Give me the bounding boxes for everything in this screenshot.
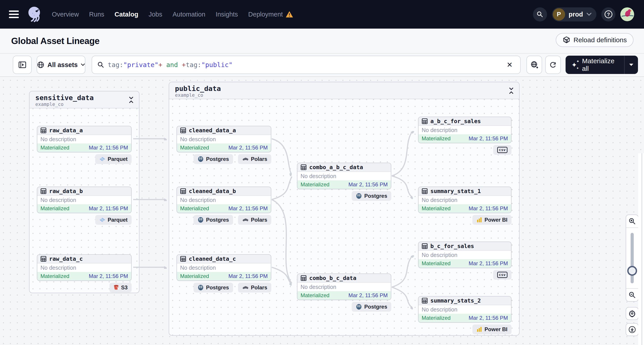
zoom-slider[interactable] xyxy=(626,228,638,288)
nav-item-automation[interactable]: Automation xyxy=(172,11,205,18)
asset-tags: Postgres Polars xyxy=(176,215,271,225)
tag-label: Polars xyxy=(251,156,267,162)
user-avatar[interactable] xyxy=(620,7,634,21)
status-badge: Materialized xyxy=(422,136,450,142)
table-icon xyxy=(422,298,428,304)
materialization-time: Mar 2, 11:56 PM xyxy=(228,144,268,151)
lineage-canvas[interactable]: sensitive_data example_co public_data ex… xyxy=(0,76,644,345)
dagster-logo-icon[interactable] xyxy=(27,6,42,23)
tag-postgres[interactable]: Postgres xyxy=(352,191,391,201)
asset-name: summary_stats_2 xyxy=(430,298,481,304)
asset-search-input[interactable]: tag:"private"+ and +tag:"public" ✕ xyxy=(92,56,521,74)
tag-parquet[interactable]: Parquet xyxy=(95,154,132,164)
asset-node-combo-a-b-c-data[interactable]: combo_a_b_c_data No description Material… xyxy=(297,163,391,189)
asset-name: cleaned_data_a xyxy=(189,127,236,134)
tag-csv[interactable]: csv xyxy=(493,270,512,280)
zoom-slider-track[interactable] xyxy=(630,233,634,283)
nav-item-deployment[interactable]: Deployment xyxy=(248,11,283,18)
reload-definitions-label: Reload definitions xyxy=(574,36,627,44)
collapse-group-icon[interactable] xyxy=(128,96,134,104)
materialize-all-button[interactable]: ✦✦✦ Materialize all xyxy=(566,56,638,74)
open-left-panel-button[interactable] xyxy=(13,56,32,74)
asset-node-combo-b-c-data[interactable]: combo_b_c_data No description Materializ… xyxy=(297,274,391,300)
deployment-switcher[interactable]: P prod xyxy=(552,7,596,22)
graph-settings-button[interactable] xyxy=(626,307,639,320)
asset-node-summary-stats-1[interactable]: summary_stats_1 No description Materiali… xyxy=(418,186,512,213)
group-title: public_data xyxy=(175,84,514,92)
nav-item-catalog[interactable]: Catalog xyxy=(115,11,138,18)
asset-scope-dropdown[interactable]: All assets xyxy=(37,56,85,74)
postgres-icon xyxy=(198,156,204,162)
materialization-time: Mar 2, 11:56 PM xyxy=(468,260,508,266)
tag-postgres[interactable]: Postgres xyxy=(194,154,233,164)
help-button[interactable]: ? xyxy=(601,7,616,22)
right-gutter-divider xyxy=(642,153,642,345)
table-icon xyxy=(40,188,46,194)
table-icon xyxy=(180,256,186,262)
asset-node-cleaned-data-c[interactable]: cleaned_data_c No description Materializ… xyxy=(176,254,271,281)
tag-label: Postgres xyxy=(364,193,387,199)
tag-label: Power BI xyxy=(484,326,508,332)
refresh-button[interactable] xyxy=(545,56,561,74)
tag-polars[interactable]: Polars xyxy=(238,215,271,225)
lineage-toolbar: All assets tag:"private"+ and +tag:"publ… xyxy=(0,54,644,76)
table-icon xyxy=(180,127,186,134)
svg-text:?: ? xyxy=(607,12,610,17)
tag-csv[interactable]: csv xyxy=(493,145,512,155)
nav-item-runs[interactable]: Runs xyxy=(89,11,104,18)
gear-icon xyxy=(628,310,636,317)
asset-description: No description xyxy=(37,196,131,204)
tag-power-bi[interactable]: Power BI xyxy=(472,324,512,334)
group-header[interactable]: public_data example_co xyxy=(169,82,519,99)
collapse-group-icon[interactable] xyxy=(508,87,514,94)
postgres-icon xyxy=(198,217,204,223)
asset-node-a-b-c-for-sales[interactable]: a_b_c_for_sales No description Materiali… xyxy=(418,117,512,143)
nav-item-overview[interactable]: Overview xyxy=(52,11,79,18)
materialize-options-caret[interactable] xyxy=(624,56,638,74)
tag-label: Postgres xyxy=(364,304,387,310)
asset-node-cleaned-data-a[interactable]: cleaned_data_a No description Materializ… xyxy=(176,126,271,152)
nav-item-insights[interactable]: Insights xyxy=(216,11,238,18)
asset-name: summary_stats_1 xyxy=(430,188,481,194)
asset-node-raw-data-c[interactable]: raw_data_c No description Materialized M… xyxy=(37,254,132,281)
hamburger-menu-icon[interactable] xyxy=(9,10,19,18)
asset-tags: S3 xyxy=(37,283,132,292)
asset-status-row: Materialized Mar 2, 11:56 PM xyxy=(418,259,511,268)
asset-status-row: Materialized Mar 2, 11:56 PM xyxy=(418,204,511,213)
tag-parquet[interactable]: Parquet xyxy=(95,215,132,225)
asset-node-raw-data-a[interactable]: raw_data_a No description Materialized M… xyxy=(37,126,132,152)
asset-status-row: Materialized Mar 2, 11:56 PM xyxy=(37,272,131,280)
asset-node-summary-stats-2[interactable]: summary_stats_2 No description Materiali… xyxy=(418,296,512,323)
asset-node-cleaned-data-b[interactable]: cleaned_data_b No description Materializ… xyxy=(176,186,271,213)
tag-polars[interactable]: Polars xyxy=(238,283,271,292)
global-search-button[interactable] xyxy=(533,7,547,22)
asset-status-row: Materialized Mar 2, 11:56 PM xyxy=(177,272,271,280)
tag-postgres[interactable]: Postgres xyxy=(352,302,391,312)
tag-postgres[interactable]: Postgres xyxy=(194,215,233,225)
nav-item-jobs[interactable]: Jobs xyxy=(148,11,162,18)
zoom-slider-thumb[interactable] xyxy=(627,266,637,276)
group-header[interactable]: sensitive_data example_co xyxy=(30,92,139,108)
globe-icon xyxy=(37,61,44,68)
view-external-assets-button[interactable] xyxy=(526,56,542,74)
clear-search-button[interactable]: ✕ xyxy=(504,60,515,70)
tag-postgres[interactable]: Postgres xyxy=(194,283,233,292)
asset-description: No description xyxy=(418,126,511,134)
asset-name: b_c_for_sales xyxy=(430,243,474,249)
tag-s3[interactable]: S3 xyxy=(110,283,132,292)
asset-node-b-c-for-sales[interactable]: b_c_for_sales No description Materialize… xyxy=(418,242,512,268)
tag-polars[interactable]: Polars xyxy=(238,154,271,164)
tag-power-bi[interactable]: Power BI xyxy=(472,215,512,225)
asset-tags: Postgres Polars xyxy=(176,283,271,292)
zoom-in-button[interactable] xyxy=(626,215,638,228)
asset-node-raw-data-b[interactable]: raw_data_b No description Materialized M… xyxy=(37,186,132,213)
zoom-out-button[interactable] xyxy=(626,288,638,301)
asset-tags: Postgres xyxy=(297,191,391,201)
materialize-all-main[interactable]: ✦✦✦ Materialize all xyxy=(566,56,624,74)
table-icon xyxy=(300,275,306,281)
nav-items: Overview Runs Catalog Jobs Automation In… xyxy=(52,11,293,18)
download-graph-button[interactable] xyxy=(626,323,639,336)
reload-definitions-button[interactable]: Reload definitions xyxy=(556,33,634,47)
csv-icon: csv xyxy=(497,272,508,278)
asset-name: raw_data_a xyxy=(49,127,83,134)
